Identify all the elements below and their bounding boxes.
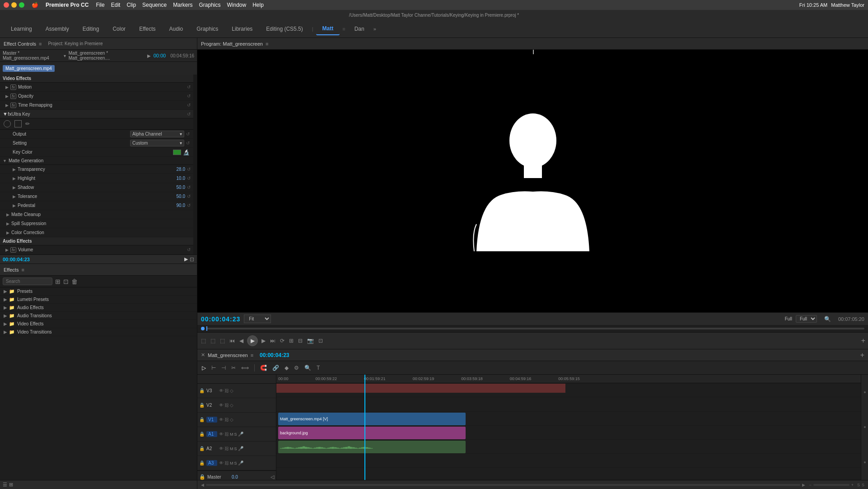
color-correction-row[interactable]: ▶ Color Correction (0, 228, 193, 237)
a3-eye[interactable]: 👁 (219, 461, 224, 465)
transparency-chevron[interactable]: ▶ (13, 167, 16, 172)
eyedropper-icon[interactable]: 🔬 (183, 149, 190, 155)
matte-cleanup-row[interactable]: ▶ Matte Cleanup (0, 210, 193, 219)
v3-eye[interactable]: 👁 (219, 388, 224, 393)
a3-lock[interactable]: 🔒 (199, 461, 205, 465)
monitor-fit-dropdown[interactable]: Fit 25% 50% 100% (244, 315, 271, 323)
overwrite-btn[interactable]: ⊟ (297, 337, 303, 345)
effects-delete[interactable]: 🗑 (71, 278, 78, 285)
matte-gen-chevron[interactable]: ▼ (3, 159, 7, 163)
effect-controls-menu[interactable]: ≡ (39, 41, 42, 47)
time-remapping-chevron[interactable]: ▶ (5, 103, 9, 108)
v3-link[interactable]: ⛓ (224, 388, 229, 393)
timeline-menu[interactable]: ≡ (251, 353, 253, 358)
transparency-value[interactable]: 28.0 (177, 167, 185, 172)
tab-matt[interactable]: Matt (316, 23, 340, 35)
opacity-reset[interactable]: ↺ (187, 94, 191, 99)
output-dropdown[interactable]: Alpha Channel ▾ (130, 131, 184, 137)
v1-lock[interactable]: 🔒 (199, 417, 205, 422)
mark-in-btn[interactable]: ⬚ (200, 337, 207, 345)
program-monitor-menu[interactable]: ≡ (266, 41, 268, 47)
play-button[interactable]: ▶ (247, 335, 258, 346)
tab-assembly[interactable]: Assembly (39, 23, 75, 35)
timeline-scroll-right[interactable]: ▶ (802, 483, 805, 487)
menu-clip[interactable]: Clip (126, 2, 136, 8)
a2-lock[interactable]: 🔒 (199, 446, 205, 451)
pedestal-reset[interactable]: ↺ (187, 203, 191, 208)
output-reset[interactable]: ↺ (186, 132, 190, 136)
menu-help[interactable]: Help (252, 2, 264, 8)
audio-effects-chevron[interactable]: ▶ (4, 305, 7, 310)
a1-eye[interactable]: 👁 (219, 432, 224, 437)
master-lock[interactable]: 🔒 (199, 474, 205, 480)
a1-m[interactable]: M (230, 432, 233, 437)
volume-reset[interactable]: ↺ (187, 247, 191, 252)
setting-dropdown[interactable]: Custom ▾ (130, 140, 184, 146)
a1-lock[interactable]: 🔒 (199, 432, 205, 437)
tab-audio[interactable]: Audio (163, 23, 190, 35)
playhead-marker[interactable] (201, 327, 205, 330)
ultra-key-chevron[interactable]: ▼ (3, 111, 8, 117)
ripple-edit-tool[interactable]: ⊣ (219, 364, 228, 372)
v1-key[interactable]: ◇ (230, 417, 233, 422)
volume-chevron[interactable]: ▶ (5, 248, 9, 252)
audio-transitions-chevron[interactable]: ▶ (4, 313, 7, 318)
tab-libraries[interactable]: Libraries (225, 23, 259, 35)
spill-suppression-row[interactable]: ▶ Spill Suppression (0, 219, 193, 228)
source-dropdown-icon[interactable]: ▾ (64, 53, 66, 58)
circle-tool[interactable] (4, 120, 11, 127)
tab-editing-cs55[interactable]: Editing (CS5.5) (260, 23, 309, 35)
tab-color[interactable]: Color (106, 23, 132, 35)
tolerance-value[interactable]: 50.0 (177, 194, 185, 199)
fullscreen-button[interactable] (19, 2, 24, 8)
v2-key[interactable]: ◇ (230, 403, 233, 408)
insert-btn[interactable]: ⊞ (288, 337, 294, 345)
a2-s[interactable]: S (234, 447, 237, 451)
effects-icon-view[interactable]: ⊞ (9, 482, 13, 488)
a2-eye[interactable]: 👁 (219, 446, 224, 451)
pedestal-chevron[interactable]: ▶ (13, 203, 16, 208)
v3-lock[interactable]: 🔒 (199, 388, 205, 393)
effects-item-audio-effects[interactable]: ▶ 📁 Audio Effects (0, 304, 197, 312)
highlight-chevron[interactable]: ▶ (13, 176, 16, 181)
snap-toggle[interactable]: 🧲 (258, 364, 269, 372)
monitor-quality-dropdown[interactable]: Full 1/2 1/4 (796, 315, 817, 323)
go-to-out-btn[interactable]: ⏭ (269, 337, 276, 345)
a2-mic[interactable]: 🎤 (238, 446, 243, 451)
timeline-add-track-btn[interactable]: + (860, 351, 864, 359)
slip-tool[interactable]: ⟺ (239, 364, 251, 372)
markers-btn[interactable]: ◆ (283, 364, 290, 372)
effects-search-input[interactable] (3, 277, 52, 285)
v1-link[interactable]: ⛓ (224, 417, 229, 422)
time-remapping-reset[interactable]: ↺ (187, 103, 191, 108)
menu-graphics[interactable]: Graphics (199, 2, 220, 8)
color-correction-chevron[interactable]: ▶ (6, 230, 9, 235)
v2-eye[interactable]: 👁 (219, 403, 224, 408)
clip-matt-greenscreen[interactable]: Matt_greenscreen.mp4 [V] (278, 413, 466, 425)
active-clip-tab[interactable]: Matt_greenscreen.mp4 (3, 65, 55, 72)
matte-cleanup-chevron[interactable]: ▶ (6, 212, 9, 217)
timeline-playhead[interactable] (364, 375, 365, 480)
a1-mic[interactable]: 🎤 (238, 432, 243, 437)
highlight-value[interactable]: 10.0 (177, 176, 185, 181)
timeline-zoom-out[interactable]: − (809, 483, 811, 487)
mark-clip-btn[interactable]: ⬚ (219, 337, 226, 345)
timeline-scrollbar[interactable] (206, 484, 800, 486)
monitor-search-icon[interactable]: 🔍 (824, 316, 831, 322)
effects-item-audio-transitions[interactable]: ▶ 📁 Audio Transitions (0, 312, 197, 320)
a3-link[interactable]: ⛓ (224, 461, 229, 465)
ec-scrollbar[interactable] (193, 75, 197, 254)
square-tool[interactable] (14, 120, 22, 127)
v2-link[interactable]: ⛓ (224, 403, 229, 408)
pen-tool[interactable]: ✏ (25, 121, 30, 127)
export-frame-btn[interactable]: 📷 (306, 337, 315, 345)
mark-out-btn[interactable]: ⬚ (210, 337, 216, 345)
video-transitions-chevron[interactable]: ▶ (4, 329, 7, 334)
presets-chevron[interactable]: ▶ (4, 289, 7, 294)
spill-suppression-chevron[interactable]: ▶ (6, 221, 9, 226)
master-collapse[interactable]: ◁ (271, 474, 274, 480)
video-effects-chevron[interactable]: ▶ (4, 321, 7, 326)
a2-m[interactable]: M (230, 447, 233, 451)
v2-lock[interactable]: 🔒 (199, 403, 205, 408)
tab-editing[interactable]: Editing (76, 23, 106, 35)
